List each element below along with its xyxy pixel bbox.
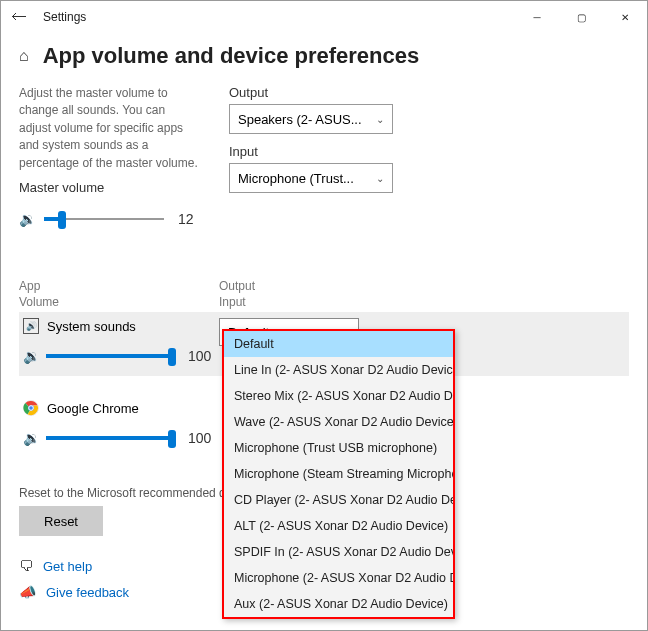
maximize-button[interactable]: ▢ — [559, 1, 603, 33]
help-icon: 🗨 — [19, 558, 33, 574]
dropdown-option[interactable]: ALT (2- ASUS Xonar D2 Audio Device) — [224, 513, 453, 539]
dropdown-option[interactable]: SPDIF In (2- ASUS Xonar D2 Audio Device) — [224, 539, 453, 565]
dropdown-option[interactable]: Aux (2- ASUS Xonar D2 Audio Device) — [224, 591, 453, 617]
chrome-icon — [23, 400, 39, 416]
dropdown-option[interactable]: CD Player (2- ASUS Xonar D2 Audio Device… — [224, 487, 453, 513]
output-value: Speakers (2- ASUS... — [238, 112, 362, 127]
description-text: Adjust the master volume to change all s… — [19, 85, 199, 172]
speaker-icon[interactable]: 🔉 — [23, 348, 40, 364]
dropdown-option[interactable]: Line In (2- ASUS Xonar D2 Audio Device) — [224, 357, 453, 383]
app-name: Google Chrome — [47, 401, 139, 416]
input-device-dropdown: Default Line In (2- ASUS Xonar D2 Audio … — [222, 329, 455, 619]
speaker-icon[interactable]: 🔉 — [23, 430, 40, 446]
master-volume-row: 🔉 12 — [19, 205, 199, 233]
input-select[interactable]: Microphone (Trust... ⌄ — [229, 163, 393, 193]
back-button[interactable]: 🡐 — [11, 8, 35, 26]
dropdown-option[interactable]: Microphone (Steam Streaming Microphone) — [224, 461, 453, 487]
close-button[interactable]: ✕ — [603, 1, 647, 33]
titlebar: 🡐 Settings ─ ▢ ✕ — [1, 1, 647, 33]
minimize-button[interactable]: ─ — [515, 1, 559, 33]
chevron-down-icon: ⌄ — [376, 173, 384, 184]
column-headers: App Volume Output Input — [19, 279, 629, 310]
speaker-icon[interactable]: 🔉 — [19, 211, 36, 227]
feedback-text: Give feedback — [46, 585, 129, 600]
dropdown-option[interactable]: Stereo Mix (2- ASUS Xonar D2 Audio Devic… — [224, 383, 453, 409]
app-volume-value: 100 — [188, 430, 211, 446]
dropdown-option[interactable]: Microphone (Trust USB microphone) — [224, 435, 453, 461]
app-volume-value: 100 — [188, 348, 211, 364]
input-label: Input — [229, 144, 629, 159]
output-label: Output — [229, 85, 629, 100]
page-header: ⌂ App volume and device preferences — [19, 43, 629, 69]
input-value: Microphone (Trust... — [238, 171, 354, 186]
reset-button[interactable]: Reset — [19, 506, 103, 536]
master-volume-value: 12 — [178, 211, 194, 227]
col-input: Input — [219, 295, 255, 311]
col-volume: Volume — [19, 295, 219, 311]
col-app: App — [19, 279, 219, 295]
app-volume-slider[interactable] — [46, 342, 176, 370]
chevron-down-icon: ⌄ — [376, 114, 384, 125]
system-sounds-icon: 🔊 — [23, 318, 39, 334]
output-select[interactable]: Speakers (2- ASUS... ⌄ — [229, 104, 393, 134]
app-name: System sounds — [47, 319, 136, 334]
home-icon[interactable]: ⌂ — [19, 47, 29, 65]
page-title: App volume and device preferences — [43, 43, 420, 69]
feedback-icon: 📣 — [19, 584, 36, 600]
master-volume-label: Master volume — [19, 180, 199, 195]
app-volume-slider[interactable] — [46, 424, 176, 452]
dropdown-option[interactable]: Microphone (2- ASUS Xonar D2 Audio Devic… — [224, 565, 453, 591]
master-volume-slider[interactable] — [44, 205, 164, 233]
help-text: Get help — [43, 559, 92, 574]
dropdown-option[interactable]: Wave (2- ASUS Xonar D2 Audio Device) — [224, 409, 453, 435]
window-controls: ─ ▢ ✕ — [515, 1, 647, 33]
col-output: Output — [219, 279, 255, 295]
dropdown-option[interactable]: Default — [224, 331, 453, 357]
window-title: Settings — [35, 10, 515, 24]
